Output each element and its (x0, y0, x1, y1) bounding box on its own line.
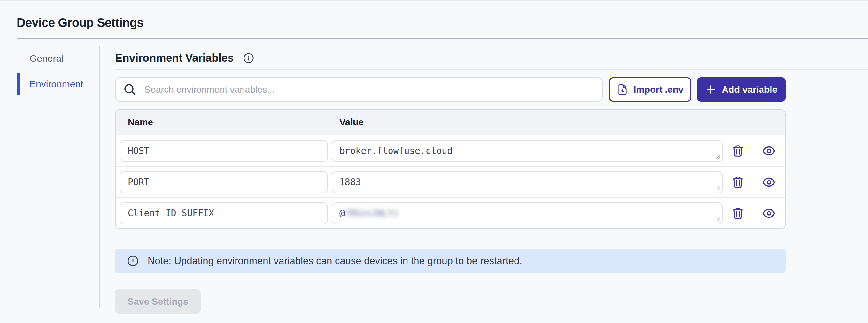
info-icon[interactable] (243, 52, 255, 64)
env-var-value-textarea[interactable]: broker.flowfuse.cloud (332, 140, 723, 162)
search-icon (123, 83, 136, 96)
section-heading: Environment Variables (115, 52, 234, 64)
sidebar-item-label: General (29, 53, 64, 64)
column-header-name: Name (128, 117, 339, 127)
add-variable-button[interactable]: Add variable (697, 78, 785, 102)
env-var-value-prefix: @ (339, 208, 345, 218)
sidebar-item-general[interactable]: General (17, 49, 98, 68)
table-row: 1883 (116, 166, 785, 197)
env-var-name-input[interactable] (120, 171, 328, 193)
trash-icon (732, 176, 744, 189)
trash-icon (732, 207, 744, 220)
eye-icon (763, 176, 775, 189)
import-env-label: Import .env (633, 84, 683, 95)
document-download-icon (617, 84, 628, 95)
delete-variable-button[interactable] (723, 167, 753, 198)
search-input[interactable] (145, 84, 594, 95)
env-var-name-input[interactable] (120, 140, 328, 162)
env-variables-table: Name Value broker.flowfuse.cloud (115, 109, 785, 229)
sidebar-item-environment[interactable]: Environment (17, 73, 98, 95)
delete-variable-button[interactable] (723, 135, 753, 166)
env-var-value-textarea[interactable]: 1883 (332, 171, 723, 193)
delete-variable-button[interactable] (723, 198, 753, 229)
resize-handle-icon[interactable] (715, 185, 721, 191)
plus-icon (705, 84, 716, 95)
import-env-button[interactable]: Import .env (609, 78, 691, 102)
env-toolbar: Import .env Add variable (115, 78, 785, 102)
table-row: broker.flowfuse.cloud (116, 135, 785, 166)
exclamation-circle-icon (127, 255, 140, 267)
trash-icon (732, 145, 744, 157)
sidebar-item-label: Environment (29, 79, 83, 90)
add-variable-label: Add variable (722, 84, 777, 95)
column-header-value: Value (339, 117, 364, 127)
section-divider (115, 69, 868, 70)
environment-panel: Environment Variables Import .env (115, 47, 868, 314)
eye-icon (763, 207, 775, 220)
resize-handle-icon[interactable] (715, 216, 721, 222)
table-row: @ YBGxnJWLYz (116, 197, 785, 228)
toggle-visibility-button[interactable] (753, 198, 785, 229)
sidebar-divider (99, 47, 100, 308)
note-text: Note: Updating environment variables can… (148, 255, 522, 267)
table-header: Name Value (116, 110, 785, 135)
env-var-value-text: 1883 (339, 177, 361, 187)
title-divider (17, 38, 868, 39)
env-var-value-redacted: YBGxnJWLYz (345, 208, 399, 218)
page-title: Device Group Settings (17, 16, 144, 30)
section-heading-row: Environment Variables (115, 51, 868, 65)
save-settings-button[interactable]: Save Settings (115, 289, 201, 314)
search-box[interactable] (115, 78, 603, 102)
toggle-visibility-button[interactable] (753, 167, 785, 198)
settings-sidebar: General Environment (17, 49, 98, 100)
resize-handle-icon[interactable] (715, 153, 721, 160)
note-banner: Note: Updating environment variables can… (115, 249, 785, 273)
env-var-name-input[interactable] (120, 202, 328, 224)
toggle-visibility-button[interactable] (753, 135, 785, 166)
eye-icon (763, 145, 775, 157)
env-var-value-textarea[interactable]: @ YBGxnJWLYz (332, 202, 723, 224)
device-group-settings-page: Device Group Settings General Environmen… (0, 0, 868, 323)
env-var-value-text: broker.flowfuse.cloud (339, 146, 453, 156)
